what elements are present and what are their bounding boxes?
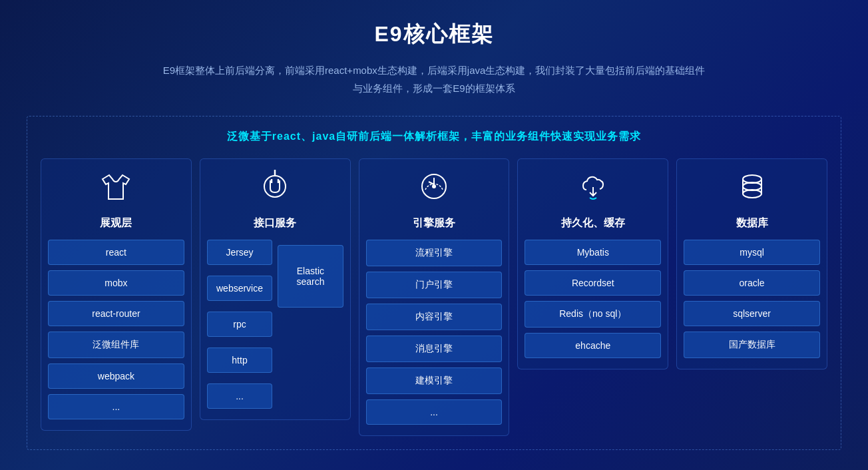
page-title: E9核心框架 [27, 20, 841, 49]
item-sqlserver: sqlserver [684, 301, 820, 326]
item-mobx: mobx [48, 270, 184, 296]
columns-container: 展观层 react mobx react-router 泛微组件库 webpac… [41, 158, 827, 436]
svg-point-5 [432, 184, 436, 188]
item-elastic-search: Elasticsearch [278, 245, 343, 308]
database-icon [736, 170, 769, 210]
highlight-text: 泛微基于react、java自研前后端一体解析框架，丰富的业务组件快速实现业务需… [41, 130, 827, 144]
item-more-engine: ... [366, 399, 503, 425]
item-mysql: mysql [684, 240, 820, 265]
item-content-engine: 内容引擎 [366, 304, 503, 330]
column-presentation: 展观层 react mobx react-router 泛微组件库 webpac… [41, 158, 192, 431]
item-model-engine: 建模引擎 [366, 367, 503, 394]
interface-left-col: Jersey webservice rpc http ... [207, 240, 272, 409]
column-database: 数据库 mysql oracle sqlserver 国产数据库 [676, 158, 827, 369]
item-flow-engine: 流程引擎 [366, 240, 503, 266]
item-http: http [207, 348, 272, 373]
gauge-icon [417, 170, 451, 210]
item-mybatis: Mybatis [525, 240, 661, 265]
item-more-interface: ... [207, 383, 272, 409]
item-portal-engine: 门户引擎 [366, 272, 503, 298]
item-domestic-db: 国产数据库 [684, 332, 820, 358]
plug-icon [258, 170, 292, 210]
column-interface-title: 接口服务 [254, 216, 296, 230]
item-react: react [48, 240, 184, 265]
svg-point-0 [264, 176, 286, 197]
item-oracle: oracle [684, 270, 820, 296]
item-webservice: webservice [207, 276, 272, 301]
item-webpack: webpack [48, 363, 184, 389]
interface-sub-columns: Jersey webservice rpc http ... Elasticse… [207, 240, 343, 409]
item-message-engine: 消息引擎 [366, 336, 503, 362]
item-ehcache: ehcache [525, 333, 661, 358]
column-persistence: 持久化、缓存 Mybatis Recordset Redis（no sql） e… [517, 158, 668, 369]
column-presentation-title: 展观层 [100, 216, 132, 230]
shirt-icon [99, 170, 132, 210]
item-react-router: react-router [48, 301, 184, 326]
column-database-title: 数据库 [736, 216, 768, 230]
interface-right-col: Elasticsearch [278, 240, 343, 409]
column-persistence-title: 持久化、缓存 [561, 216, 625, 230]
item-redis: Redis（no sql） [525, 301, 661, 328]
column-interface: 接口服务 Jersey webservice rpc http ... Elas… [200, 158, 351, 420]
item-component-lib: 泛微组件库 [48, 332, 184, 358]
main-frame: 泛微基于react、java自研前后端一体解析框架，丰富的业务组件快速实现业务需… [27, 116, 841, 450]
column-engine-title: 引擎服务 [413, 216, 455, 230]
subtitle-line2: 与业务组件，形成一套E9的框架体系 [353, 83, 515, 94]
item-more-presentation: ... [48, 394, 184, 419]
item-recordset: Recordset [525, 270, 661, 296]
item-jersey: Jersey [207, 240, 272, 265]
page-subtitle: E9框架整体上前后端分离，前端采用react+mobx生态构建，后端采用java… [27, 61, 841, 97]
cloud-sync-icon [576, 170, 610, 210]
subtitle-line1: E9框架整体上前后端分离，前端采用react+mobx生态构建，后端采用java… [163, 65, 706, 76]
page-container: E9核心框架 E9框架整体上前后端分离，前端采用react+mobx生态构建，后… [0, 0, 868, 463]
column-engine: 引擎服务 流程引擎 门户引擎 内容引擎 消息引擎 建模引擎 ... [359, 158, 510, 436]
item-rpc: rpc [207, 312, 272, 337]
